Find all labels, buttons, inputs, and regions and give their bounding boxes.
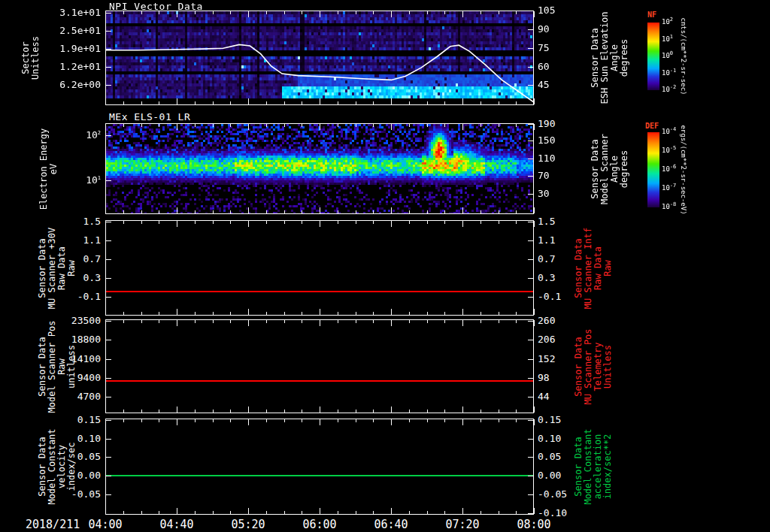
- x-tick-mark: [427, 101, 428, 104]
- right-axis-title-1: Sensor DataModel ScannerAngledegrees: [590, 134, 629, 204]
- x-tick-mark: [409, 312, 410, 315]
- colorbar-tick-label: 10-7: [662, 185, 676, 192]
- x-tick-mark: [230, 124, 231, 127]
- x-tick-mark: [338, 101, 338, 104]
- right-axis-title-4: Sensor DataModel Constantaccelerationind…: [574, 428, 613, 504]
- y-tick-mark: [528, 259, 533, 260]
- y-tick-mark: [106, 457, 111, 458]
- colorbar-tick-label: 102: [662, 19, 673, 26]
- x-tick-mark: [409, 511, 410, 514]
- y-tick-mark: [528, 420, 533, 421]
- x-tick-mark: [213, 124, 214, 127]
- x-tick-mark: [480, 419, 481, 422]
- y-tick-mark: [528, 159, 533, 159]
- y-tick-mark: [106, 378, 111, 379]
- x-tick-mark: [480, 124, 481, 127]
- x-tick-mark: [320, 309, 320, 315]
- y-tick-mark: [528, 378, 533, 379]
- x-tick-mark: [266, 101, 267, 104]
- y-tick-mark: [528, 222, 533, 222]
- x-tick-mark: [195, 320, 196, 323]
- x-tick-mark: [195, 210, 196, 213]
- x-tick-mark: [195, 511, 196, 514]
- x-tick-mark: [248, 221, 249, 227]
- x-tick-mark: [499, 320, 499, 323]
- x-tick-mark: [230, 410, 231, 413]
- x-tick-mark: [195, 221, 196, 224]
- x-tick-mark: [534, 407, 535, 413]
- y-tick-mark: [106, 359, 111, 360]
- x-tick-mark: [516, 312, 517, 315]
- x-tick-mark: [302, 210, 302, 213]
- x-tick-mark: [177, 508, 177, 514]
- x-tick-mark: [444, 419, 445, 422]
- axis-title-line: unitless: [67, 320, 77, 413]
- x-tick-mark: [320, 207, 320, 213]
- x-tick-mark: [320, 98, 320, 104]
- x-tick-mark: [409, 221, 410, 224]
- x-tick-mark: [516, 410, 517, 413]
- x-tick-mark: [320, 320, 320, 326]
- x-tick-mark: [391, 124, 392, 130]
- x-tick-mark: [159, 410, 159, 413]
- x-tick-mark: [195, 410, 196, 413]
- x-tick-mark: [516, 320, 517, 323]
- axis-title-line: degrees: [620, 12, 629, 104]
- x-tick-mark: [338, 511, 338, 514]
- x-tick-mark: [444, 511, 445, 514]
- x-tick-mark: [123, 320, 124, 323]
- y-tick-mark: [528, 194, 533, 195]
- x-tick-mark: [230, 11, 231, 14]
- x-tick-mark: [427, 419, 428, 422]
- x-tick-mark: [391, 309, 392, 315]
- y-tick-mark: [528, 48, 533, 49]
- x-tick-mark: [195, 101, 196, 104]
- colorbar-tick-label: 10-6: [662, 166, 676, 173]
- right-axis-title-0: Sensor DataESH Sun ElevationAngledegrees: [590, 12, 629, 104]
- x-tick-mark: [462, 508, 463, 514]
- x-tick-mark: [462, 11, 463, 17]
- x-tick-mark: [409, 320, 410, 323]
- y-tick-mark: [528, 11, 533, 11]
- x-tick-mark: [338, 221, 338, 224]
- x-tick-mark: [177, 221, 177, 227]
- x-tick-mark: [141, 11, 142, 14]
- x-tick-mark: [266, 320, 267, 323]
- x-tick-mark: [499, 124, 499, 127]
- x-tick-mark: [499, 511, 499, 514]
- x-tick-mark: [534, 221, 535, 227]
- x-tick-mark: [320, 221, 320, 227]
- x-tick-mark: [356, 11, 356, 14]
- y-tick-mark: [106, 420, 111, 421]
- x-tick-mark: [427, 320, 428, 323]
- x-tick-mark: [123, 221, 124, 224]
- y-tick-mark: [106, 135, 111, 136]
- x-tick-mark: [320, 124, 320, 130]
- x-tick-mark: [480, 210, 481, 213]
- y-tick-mark: [528, 494, 533, 495]
- right-tick-label: 45: [538, 80, 583, 89]
- left-axis-title-0: SectorUnitless: [21, 36, 41, 80]
- x-tick-mark: [177, 407, 177, 413]
- x-tick-mark: [213, 312, 214, 315]
- panel-frame-1: [105, 123, 534, 214]
- x-tick-mark: [105, 207, 106, 213]
- x-tick-mark: [480, 221, 481, 224]
- x-tick-mark: [373, 11, 374, 14]
- right-tick-label: 110: [538, 153, 583, 163]
- x-tick-mark: [480, 11, 481, 14]
- x-tick-mark: [391, 221, 392, 227]
- x-tick-mark: [534, 419, 535, 425]
- x-tick-mark: [230, 511, 231, 514]
- x-tick-mark: [373, 210, 374, 213]
- right-tick-label: 0.15: [538, 415, 583, 425]
- left-axis-title-3: Sensor DataModel Scanner PosRawunitless: [38, 320, 77, 413]
- y-tick-mark: [106, 259, 111, 260]
- x-tick-mark: [159, 11, 159, 14]
- x-tick-mark: [230, 320, 231, 323]
- x-tick-mark: [373, 124, 374, 127]
- x-tick-mark: [338, 210, 338, 213]
- x-tick-mark: [338, 320, 338, 323]
- axis-title-line: index/sec**2: [603, 428, 613, 504]
- x-tick-mark: [302, 419, 302, 422]
